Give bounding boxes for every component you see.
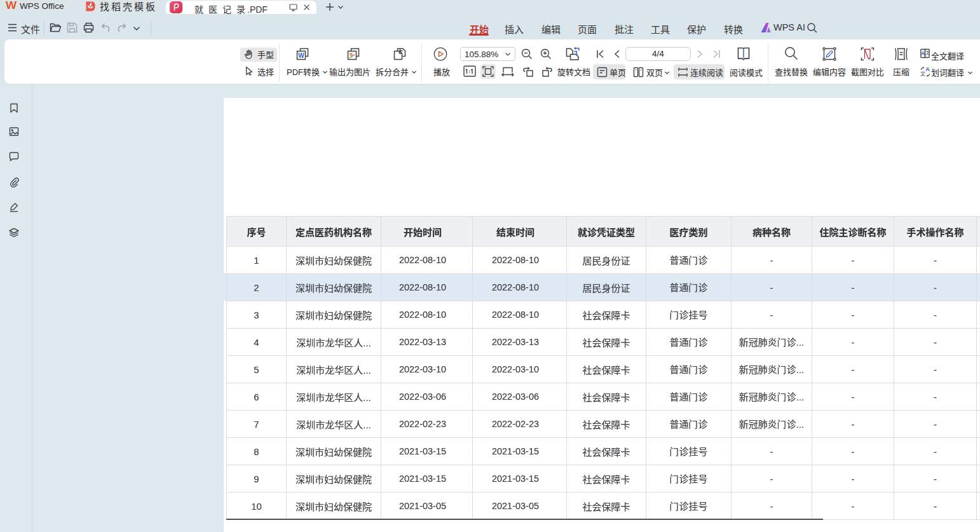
svg-text:文: 文 — [920, 70, 925, 77]
svg-text:A: A — [921, 50, 925, 57]
svg-text:W: W — [298, 52, 304, 59]
svg-text:A: A — [925, 66, 930, 72]
